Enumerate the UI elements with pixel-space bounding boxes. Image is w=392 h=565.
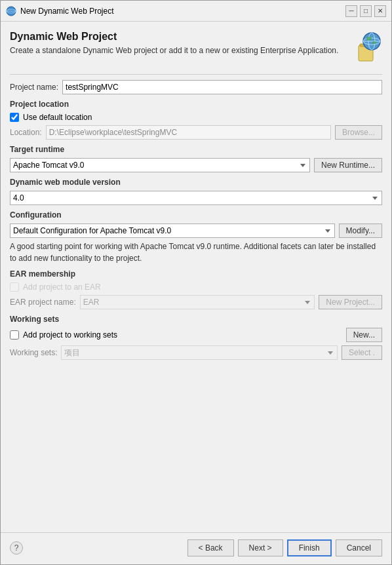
use-default-location-label[interactable]: Use default location	[23, 113, 92, 122]
select-working-set-button[interactable]: Select .	[342, 345, 382, 360]
title-bar: New Dynamic Web Project ─ □ ✕	[1, 1, 391, 22]
ear-project-label: EAR project name:	[10, 298, 76, 307]
browse-button[interactable]: Browse...	[335, 125, 382, 140]
project-name-label: Project name:	[10, 83, 58, 92]
nav-buttons: < Back Next > Finish Cancel	[187, 539, 382, 556]
cancel-button[interactable]: Cancel	[336, 539, 382, 556]
ear-project-row: EAR project name: EAR New Project...	[10, 295, 382, 309]
location-row: Location: Browse...	[10, 125, 382, 140]
close-button[interactable]: ✕	[374, 5, 386, 17]
add-to-ear-label[interactable]: Add project to an EAR	[23, 282, 101, 292]
working-sets-row: Working sets: 项目 Select .	[10, 345, 382, 360]
ear-project-select: EAR	[80, 295, 315, 309]
finish-button[interactable]: Finish	[287, 539, 332, 556]
working-sets-section: Working sets Add project to working sets…	[10, 315, 382, 360]
ear-membership-section: EAR membership Add project to an EAR EAR…	[10, 269, 382, 309]
header-text: Dynamic Web Project Create a standalone …	[10, 31, 343, 56]
minimize-button[interactable]: ─	[345, 5, 357, 17]
project-name-section: Project name:	[10, 80, 382, 94]
main-content: Dynamic Web Project Create a standalone …	[1, 22, 391, 532]
svg-point-10	[372, 41, 376, 44]
working-sets-checkbox-row: Add project to working sets New...	[10, 328, 382, 342]
header-divider	[10, 74, 382, 75]
project-location-title: Project location	[10, 100, 382, 109]
configuration-title: Configuration	[10, 210, 382, 220]
project-name-row: Project name:	[10, 80, 382, 94]
module-version-select[interactable]: 4.0	[10, 191, 382, 205]
configuration-section: Configuration Default Configuration for …	[10, 210, 382, 264]
window-icon	[6, 6, 16, 16]
target-runtime-title: Target runtime	[10, 145, 382, 154]
configuration-description: A good starting point for working with A…	[10, 241, 382, 264]
modify-button[interactable]: Modify...	[339, 224, 382, 238]
location-label: Location:	[10, 128, 42, 137]
project-location-section: Project location Use default location Lo…	[10, 100, 382, 140]
module-version-section: Dynamic web module version 4.0	[10, 178, 382, 205]
module-version-title: Dynamic web module version	[10, 178, 382, 187]
use-default-location-row: Use default location	[10, 113, 382, 122]
ear-membership-title: EAR membership	[10, 269, 382, 279]
back-button[interactable]: < Back	[187, 539, 234, 556]
bottom-buttons: ? < Back Next > Finish Cancel	[1, 532, 391, 564]
working-sets-select: 项目	[61, 345, 338, 360]
globe-jar-icon	[348, 31, 382, 65]
help-button[interactable]: ?	[10, 541, 23, 555]
target-runtime-section: Target runtime Apache Tomcat v9.0 New Ru…	[10, 145, 382, 172]
configuration-select[interactable]: Default Configuration for Apache Tomcat …	[10, 224, 335, 238]
project-name-input[interactable]	[62, 80, 382, 94]
new-working-set-button[interactable]: New...	[346, 328, 382, 342]
next-button[interactable]: Next >	[238, 539, 283, 556]
target-runtime-row: Apache Tomcat v9.0 New Runtime...	[10, 158, 382, 172]
page-description: Create a standalone Dynamic Web project …	[10, 45, 343, 56]
module-version-row: 4.0	[10, 191, 382, 205]
add-to-ear-row: Add project to an EAR	[10, 282, 382, 292]
title-bar-controls: ─ □ ✕	[345, 5, 386, 17]
add-to-working-sets-checkbox[interactable]	[10, 330, 19, 340]
new-project-button[interactable]: New Project...	[319, 295, 382, 309]
working-sets-title: Working sets	[10, 315, 382, 324]
page-title: Dynamic Web Project	[10, 31, 343, 43]
window-title: New Dynamic Web Project	[20, 7, 114, 16]
svg-point-9	[366, 37, 372, 41]
new-runtime-button[interactable]: New Runtime...	[314, 158, 382, 172]
header-section: Dynamic Web Project Create a standalone …	[10, 31, 382, 65]
add-to-ear-checkbox[interactable]	[10, 282, 19, 292]
use-default-location-checkbox[interactable]	[10, 113, 19, 122]
location-input	[46, 125, 331, 140]
window: New Dynamic Web Project ─ □ ✕ Dynamic We…	[0, 0, 392, 565]
target-runtime-select[interactable]: Apache Tomcat v9.0	[10, 158, 310, 172]
working-sets-label: Working sets:	[10, 348, 57, 357]
configuration-row: Default Configuration for Apache Tomcat …	[10, 224, 382, 238]
maximize-button[interactable]: □	[360, 5, 372, 17]
add-to-working-sets-label[interactable]: Add project to working sets	[23, 330, 117, 340]
